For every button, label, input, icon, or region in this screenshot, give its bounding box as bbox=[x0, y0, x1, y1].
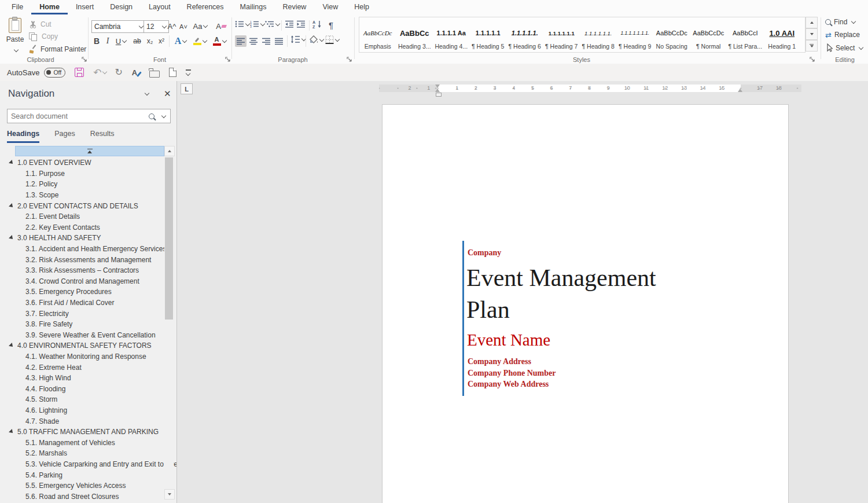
font-color-button[interactable]: A bbox=[211, 35, 228, 47]
replace-button[interactable]: ⇄ Replace bbox=[825, 31, 860, 39]
show-paragraph-marks-button[interactable]: ¶ bbox=[325, 19, 337, 31]
new-document-icon[interactable] bbox=[169, 68, 176, 77]
underline-button[interactable]: U bbox=[113, 35, 128, 47]
nav-tab[interactable]: Headings bbox=[7, 130, 39, 143]
nav-tab[interactable]: Pages bbox=[54, 130, 75, 143]
draw-pen-icon[interactable]: A bbox=[132, 68, 140, 77]
nav-scrollbar[interactable] bbox=[164, 146, 174, 500]
multilevel-list-button[interactable] bbox=[265, 20, 279, 28]
nav-scroll-up-button[interactable] bbox=[164, 146, 175, 156]
jump-to-top-row[interactable] bbox=[15, 146, 164, 156]
nav-heading-item[interactable]: 3.5. Emergency Procedures bbox=[0, 287, 164, 298]
highlight-color-button[interactable] bbox=[191, 35, 208, 47]
nav-heading-item[interactable]: 2.1. Event Details bbox=[0, 211, 164, 222]
ribbon-tab[interactable]: Help bbox=[346, 0, 377, 14]
clear-formatting-button[interactable]: A bbox=[214, 20, 228, 32]
style-item[interactable]: AaBbCc Heading 3... bbox=[396, 17, 433, 52]
nav-heading-item[interactable]: 4.7. Shade bbox=[0, 416, 164, 427]
collapse-triangle-icon[interactable] bbox=[9, 236, 14, 241]
doc-address-line[interactable]: Company Address bbox=[468, 356, 556, 368]
style-item[interactable]: 1.0 AAI Heading 1 bbox=[764, 17, 801, 52]
style-item[interactable]: AaBbCcDc Emphasis bbox=[359, 17, 396, 52]
doc-address-block[interactable]: Company AddressCompany Phone NumberCompa… bbox=[468, 356, 556, 390]
qat-customize-icon[interactable] bbox=[186, 69, 191, 75]
borders-button[interactable] bbox=[325, 35, 339, 44]
nav-heading-item[interactable]: 3.7. Electricity bbox=[0, 308, 164, 319]
search-options-chevron-icon[interactable] bbox=[161, 113, 166, 118]
paragraph-dialog-launcher[interactable] bbox=[346, 56, 353, 63]
nav-heading-item[interactable]: 1.2. Policy bbox=[0, 179, 164, 190]
left-indent-marker[interactable] bbox=[436, 93, 442, 97]
collapse-triangle-icon[interactable] bbox=[9, 160, 14, 166]
styles-more-button[interactable] bbox=[806, 40, 818, 52]
close-icon[interactable]: ✕ bbox=[164, 89, 171, 98]
sort-button[interactable]: AZ bbox=[312, 20, 322, 28]
hanging-indent-marker[interactable] bbox=[435, 89, 440, 92]
document-page[interactable]: Company Event Management Plan Event Name… bbox=[382, 104, 789, 503]
search-box[interactable] bbox=[7, 109, 171, 123]
undo-icon[interactable]: ↶ bbox=[93, 68, 101, 78]
justify-button[interactable] bbox=[273, 35, 285, 47]
nav-heading-item[interactable]: 2.0 EVENT CONTACTS AND DETAILS bbox=[0, 200, 164, 211]
nav-heading-item[interactable]: 3.3. Risk Assessments – Contractors bbox=[0, 265, 164, 276]
navigation-options-chevron-icon[interactable] bbox=[145, 91, 149, 96]
shrink-font-button[interactable]: A˅ bbox=[178, 21, 189, 32]
nav-heading-item[interactable]: 5.6. Road and Street Closures bbox=[0, 491, 164, 502]
nav-heading-item[interactable]: 4.3. High Wind bbox=[0, 373, 164, 384]
font-size-select[interactable]: 12 bbox=[144, 20, 169, 33]
nav-heading-item[interactable]: 5.1. Management of Vehicles bbox=[0, 437, 164, 448]
subscript-button[interactable]: x₂ bbox=[145, 35, 155, 47]
nav-heading-item[interactable]: 3.8. Fire Safety bbox=[0, 319, 164, 330]
nav-heading-item[interactable]: 3.2. Risk Assessments and Management bbox=[0, 254, 164, 265]
text-effects-button[interactable]: A bbox=[172, 35, 189, 47]
nav-scroll-down-button[interactable] bbox=[164, 489, 175, 500]
tab-stop-selector[interactable]: L bbox=[181, 83, 193, 94]
style-item[interactable]: AaBbCcDc ¶ Normal bbox=[690, 17, 727, 52]
styles-scroll-up-button[interactable] bbox=[806, 17, 818, 28]
ribbon-tab[interactable]: Review bbox=[274, 0, 314, 14]
italic-button[interactable]: I bbox=[103, 35, 112, 47]
ribbon-tab[interactable]: Home bbox=[31, 0, 68, 14]
doc-event-name-text[interactable]: Event Name bbox=[467, 331, 550, 350]
change-case-button[interactable]: Aa bbox=[192, 20, 208, 32]
open-folder-icon[interactable] bbox=[149, 71, 160, 78]
line-spacing-button[interactable] bbox=[290, 35, 306, 43]
styles-scroll-down-button[interactable] bbox=[806, 28, 818, 40]
ribbon-tab[interactable]: Design bbox=[102, 0, 141, 14]
style-item[interactable]: 1.1.1.1 Aa Heading 4... bbox=[433, 17, 470, 52]
select-button[interactable]: Select bbox=[825, 43, 863, 52]
collapse-triangle-icon[interactable] bbox=[9, 429, 14, 435]
nav-heading-item[interactable]: 4.4. Flooding bbox=[0, 383, 164, 394]
style-item[interactable]: AaBbCcDc No Spacing bbox=[653, 17, 690, 52]
nav-scrollbar-thumb[interactable] bbox=[165, 157, 173, 320]
style-item[interactable]: 1.1.1.1.1.1.1. ¶ Heading 9 bbox=[617, 17, 654, 52]
style-item[interactable]: 1.1.1.1.1 ¶ Heading 5 bbox=[470, 17, 507, 52]
autosave-toggle[interactable]: Off bbox=[44, 68, 65, 78]
nav-heading-item[interactable]: 3.1. Accident and Health Emergency Servi… bbox=[0, 244, 164, 255]
ribbon-tab[interactable]: Layout bbox=[141, 0, 179, 14]
ribbon-tab[interactable]: References bbox=[179, 0, 232, 14]
nav-heading-item[interactable]: 5.5. Emergency Vehicles Access bbox=[0, 480, 164, 491]
nav-heading-item[interactable]: 3.9. Severe Weather & Event Cancellation bbox=[0, 330, 164, 341]
ribbon-tab[interactable]: Mailings bbox=[232, 0, 275, 14]
numbering-button[interactable]: 123 bbox=[250, 20, 264, 28]
nav-heading-item[interactable]: 3.4. Crowd Control and Management bbox=[0, 276, 164, 287]
decrease-indent-button[interactable] bbox=[285, 20, 294, 28]
nav-heading-item[interactable]: 4.0 ENVIRONMENTAL SAFETY FACTORS bbox=[0, 340, 164, 351]
horizontal-ruler[interactable]: 21 123456789101112131415 1718 bbox=[379, 85, 792, 92]
align-center-button[interactable] bbox=[248, 35, 259, 47]
font-dialog-launcher[interactable] bbox=[225, 56, 231, 63]
paste-button[interactable]: Paste bbox=[5, 18, 25, 54]
style-item[interactable]: AaBbCcI ¶ List Para... bbox=[727, 17, 764, 52]
doc-company-text[interactable]: Company bbox=[468, 248, 501, 258]
nav-heading-item[interactable]: 2.2. Key Event Contacts bbox=[0, 222, 164, 233]
style-item[interactable]: 1.1.1.1.1.1. ¶ Heading 8 bbox=[580, 17, 617, 52]
collapse-triangle-icon[interactable] bbox=[9, 203, 14, 209]
first-line-indent-marker[interactable] bbox=[435, 85, 440, 88]
nav-heading-item[interactable]: 1.1. Purpose bbox=[0, 168, 164, 179]
collapse-triangle-icon[interactable] bbox=[9, 343, 14, 348]
grow-font-button[interactable]: A^ bbox=[167, 20, 177, 32]
nav-tab[interactable]: Results bbox=[90, 130, 115, 143]
ribbon-tab[interactable]: View bbox=[314, 0, 346, 14]
format-painter-button[interactable]: Format Painter bbox=[29, 45, 86, 53]
